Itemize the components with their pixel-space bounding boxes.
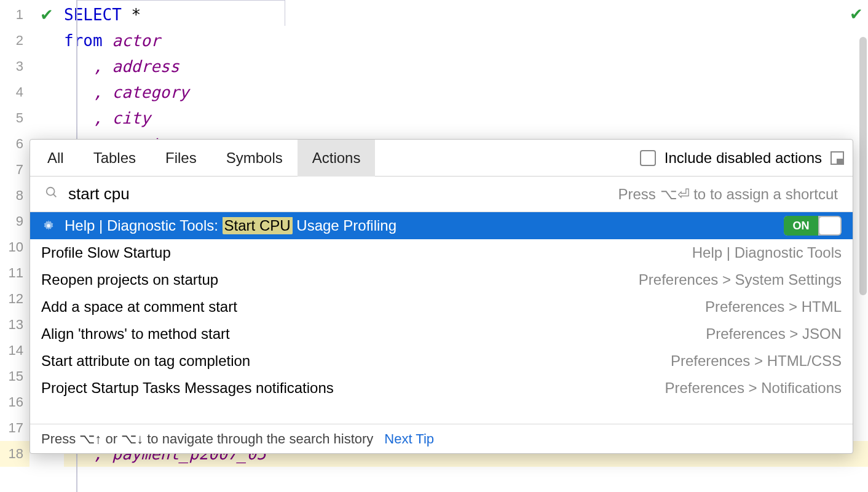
search-input[interactable] bbox=[68, 184, 609, 204]
svg-point-0 bbox=[47, 187, 55, 195]
result-location: Help | Diagnostic Tools bbox=[692, 244, 842, 261]
vertical-scrollbar[interactable] bbox=[859, 37, 867, 295]
footer-hint: Press ⌥↑ or ⌥↓ to navigate through the s… bbox=[41, 431, 373, 447]
result-label: Align 'throws' to method start bbox=[41, 325, 697, 343]
next-tip-link[interactable]: Next Tip bbox=[384, 431, 434, 447]
checkmark-icon: ✔ bbox=[850, 5, 863, 23]
result-label: Reopen projects on startup bbox=[41, 271, 630, 288]
sql-keyword: SELECT bbox=[64, 6, 122, 24]
sql-identifier: , address bbox=[64, 54, 868, 79]
include-disabled-label: Include disabled actions bbox=[665, 149, 822, 167]
search-icon bbox=[45, 186, 58, 203]
gear-run-icon bbox=[41, 218, 56, 233]
result-label: Help | Diagnostic Tools: Start CPU Usage… bbox=[65, 217, 775, 234]
result-location: Preferences > HTML bbox=[705, 298, 842, 315]
result-label: Start attribute on tag completion bbox=[41, 352, 662, 370]
tab-actions[interactable]: Actions bbox=[298, 140, 376, 177]
inspection-status[interactable]: ✔ bbox=[850, 5, 863, 24]
result-location: Preferences > Notifications bbox=[665, 379, 842, 397]
result-location: Preferences > System Settings bbox=[639, 271, 842, 288]
search-results: Help | Diagnostic Tools: Start CPU Usage… bbox=[30, 212, 853, 424]
result-location: Preferences > JSON bbox=[706, 325, 842, 343]
search-tabs: All Tables Files Symbols Actions Include… bbox=[30, 140, 853, 177]
sql-identifier: actor bbox=[103, 31, 160, 50]
result-item[interactable]: Align 'throws' to method start Preferenc… bbox=[30, 320, 853, 347]
result-item[interactable]: Project Startup Tasks Messages notificat… bbox=[30, 375, 853, 402]
tab-symbols[interactable]: Symbols bbox=[211, 140, 298, 177]
sql-identifier: , category bbox=[64, 79, 868, 105]
result-label: Project Startup Tasks Messages notificat… bbox=[41, 379, 657, 397]
popup-footer: Press ⌥↑ or ⌥↓ to navigate through the s… bbox=[30, 424, 853, 453]
result-item[interactable]: Help | Diagnostic Tools: Start CPU Usage… bbox=[30, 212, 853, 239]
sql-keyword: from bbox=[64, 31, 103, 50]
search-everywhere-popup: All Tables Files Symbols Actions Include… bbox=[30, 139, 853, 454]
search-shortcut-hint: Press ⌥⏎ to to assign a shortcut bbox=[618, 186, 838, 203]
tab-files[interactable]: Files bbox=[151, 140, 211, 177]
tab-all[interactable]: All bbox=[33, 140, 79, 177]
result-item[interactable]: Start attribute on tag completion Prefer… bbox=[30, 347, 853, 375]
result-label: Profile Slow Startup bbox=[41, 244, 684, 261]
line-number-gutter: 1 2 3 4 5 6 7 8 9 10 11 12 13 14 15 16 1… bbox=[0, 0, 30, 492]
result-item[interactable]: Profile Slow Startup Help | Diagnostic T… bbox=[30, 239, 853, 266]
result-location: Preferences > HTML/CSS bbox=[671, 352, 842, 370]
svg-line-1 bbox=[53, 194, 57, 197]
open-as-toolwindow-icon[interactable] bbox=[831, 151, 844, 165]
include-disabled-checkbox[interactable] bbox=[640, 150, 656, 166]
search-row: Press ⌥⏎ to to assign a shortcut bbox=[30, 177, 853, 212]
result-label: Add a space at comment start bbox=[41, 298, 696, 315]
sql-identifier: , city bbox=[64, 105, 868, 131]
result-item[interactable]: Reopen projects on startup Preferences >… bbox=[30, 266, 853, 293]
checkmark-icon: ✔ bbox=[40, 6, 53, 24]
toggle-switch[interactable]: ON bbox=[784, 216, 842, 236]
result-item[interactable]: Add a space at comment start Preferences… bbox=[30, 293, 853, 320]
tab-tables[interactable]: Tables bbox=[79, 140, 151, 177]
